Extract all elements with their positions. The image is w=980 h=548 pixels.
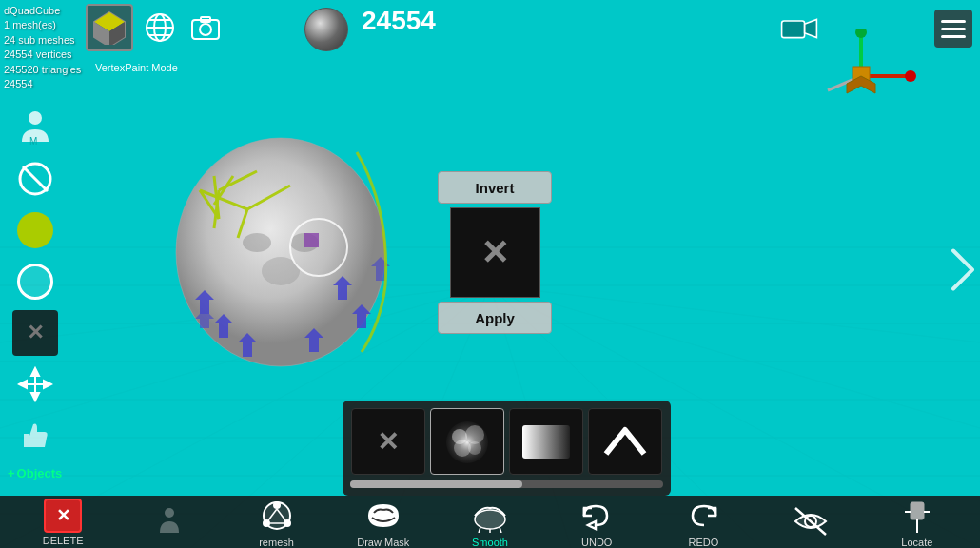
svg-marker-45: [31, 368, 39, 376]
transform-icon[interactable]: [12, 362, 58, 407]
brush-preview: ✕: [450, 207, 540, 298]
menu-line-2: [941, 28, 966, 30]
sub-meshes: 24 sub meshes: [4, 33, 81, 48]
invert-popup: Invert ✕ Apply: [438, 171, 552, 334]
undo-tool[interactable]: UNDO: [568, 497, 625, 548]
svg-text:M: M: [29, 136, 37, 147]
svg-point-49: [176, 138, 385, 366]
hide-tool[interactable]: [782, 502, 839, 542]
x-brush-icon: ✕: [480, 233, 509, 273]
3d-mesh-object[interactable]: [143, 114, 419, 381]
svg-point-51: [243, 233, 271, 252]
svg-line-87: [500, 527, 501, 533]
dark-x-button[interactable]: ✕: [12, 310, 58, 356]
locate-label: Locate: [901, 537, 932, 548]
svg-point-78: [273, 501, 281, 509]
avatar-icon[interactable]: M: [12, 105, 58, 150]
left-sidebar: M ✕ +Ob: [8, 105, 62, 480]
delete-label: DELETE: [43, 535, 84, 546]
remesh-tool[interactable]: remesh: [248, 497, 305, 548]
figure-tool[interactable]: [141, 504, 198, 540]
photo-button[interactable]: [186, 9, 225, 47]
smooth-tool[interactable]: Smooth: [461, 497, 519, 548]
right-arrow[interactable]: [950, 247, 976, 302]
svg-rect-75: [522, 425, 570, 459]
app-title: dQuadCube: [4, 4, 81, 18]
menu-line-3: [941, 35, 966, 38]
objects-button[interactable]: +Objects: [8, 466, 62, 480]
cube-button[interactable]: [86, 4, 133, 51]
vertex-count: 24554: [362, 6, 436, 36]
thumbs-up-icon[interactable]: [12, 413, 58, 459]
bottom-brush-panel: ✕: [343, 401, 671, 496]
gizmo: [799, 29, 923, 105]
apply-button[interactable]: Apply: [438, 302, 552, 334]
vertices: 24554 vertices: [4, 48, 81, 62]
triangles: 245520 triangles: [4, 63, 81, 77]
draw-mask-label: Draw Mask: [357, 537, 409, 548]
svg-rect-91: [911, 502, 924, 510]
svg-point-80: [284, 519, 291, 527]
delete-tool[interactable]: ✕ DELETE: [34, 499, 91, 546]
objects-label: Objects: [17, 466, 63, 480]
svg-point-76: [165, 508, 174, 518]
menu-icon[interactable]: [934, 10, 972, 48]
draw-mask-tool[interactable]: Draw Mask: [355, 497, 412, 548]
menu-line-1: [941, 20, 966, 23]
redo-label: REDO: [689, 537, 719, 548]
bottom-toolbar: ✕ DELETE remesh: [0, 496, 980, 548]
svg-marker-46: [31, 393, 39, 401]
svg-point-35: [905, 70, 916, 82]
green-dot[interactable]: [12, 207, 58, 253]
svg-marker-38: [847, 76, 875, 93]
svg-point-79: [263, 519, 270, 527]
globe-button[interactable]: [141, 9, 179, 47]
undo-label: UNDO: [581, 537, 612, 548]
sphere-preview: [304, 8, 348, 51]
x-brush-item[interactable]: ✕: [351, 408, 425, 475]
mesh-count: 1 mesh(es): [4, 18, 81, 32]
white-ring[interactable]: [12, 259, 58, 304]
remesh-label: remesh: [259, 537, 294, 548]
cloud-brush-item[interactable]: [430, 408, 504, 475]
invert-button[interactable]: Invert: [438, 171, 552, 204]
brush-row: ✕: [350, 408, 663, 475]
svg-point-33: [855, 29, 867, 38]
svg-marker-47: [19, 381, 27, 388]
svg-point-28: [200, 24, 211, 35]
brush-size-slider[interactable]: [350, 480, 663, 488]
vertex-paint-label: VertexPaint Mode: [95, 62, 178, 73]
svg-rect-68: [304, 233, 319, 247]
no-entry-icon[interactable]: [12, 156, 58, 202]
slider-fill: [350, 480, 522, 488]
svg-marker-48: [44, 381, 51, 388]
gradient-brush-item[interactable]: [509, 408, 583, 475]
svg-line-85: [479, 527, 480, 533]
chevron-brush-item[interactable]: [588, 408, 662, 475]
redo-tool[interactable]: REDO: [675, 497, 732, 548]
smooth-label: Smooth: [472, 537, 508, 548]
plus-icon: +: [8, 466, 15, 480]
svg-point-74: [468, 441, 481, 455]
svg-point-84: [475, 510, 505, 529]
top-left-info: dQuadCube 1 mesh(es) 24 sub meshes 24554…: [4, 4, 81, 91]
vertex-id: 24554: [4, 77, 81, 91]
svg-point-39: [29, 111, 42, 125]
svg-line-15: [490, 285, 980, 342]
top-toolbar: [86, 4, 225, 51]
locate-tool[interactable]: Locate: [889, 497, 946, 548]
